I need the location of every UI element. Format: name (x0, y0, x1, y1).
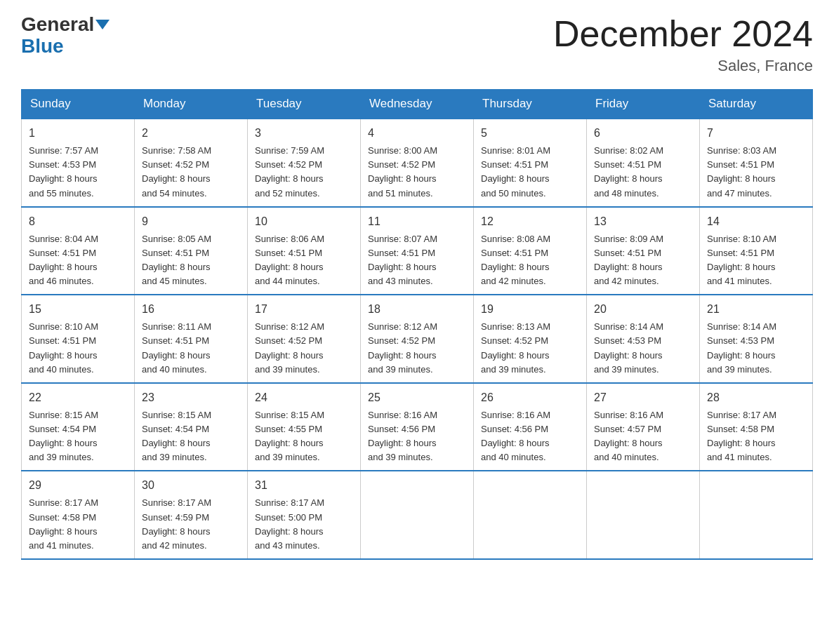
day-number: 20 (594, 301, 692, 318)
day-number: 10 (255, 213, 353, 230)
calendar-cell: 31Sunrise: 8:17 AMSunset: 5:00 PMDayligh… (248, 471, 361, 559)
day-number: 30 (142, 477, 240, 494)
calendar-cell: 27Sunrise: 8:16 AMSunset: 4:57 PMDayligh… (587, 383, 700, 471)
logo: General Blue (21, 14, 110, 58)
column-header-wednesday: Wednesday (361, 90, 474, 119)
calendar-cell: 23Sunrise: 8:15 AMSunset: 4:54 PMDayligh… (135, 383, 248, 471)
column-header-tuesday: Tuesday (248, 90, 361, 119)
calendar-cell: 4Sunrise: 8:00 AMSunset: 4:52 PMDaylight… (361, 119, 474, 207)
day-info: Sunrise: 7:57 AMSunset: 4:53 PMDaylight:… (29, 144, 127, 201)
column-header-friday: Friday (587, 90, 700, 119)
calendar-cell: 6Sunrise: 8:02 AMSunset: 4:51 PMDaylight… (587, 119, 700, 207)
day-number: 5 (481, 125, 579, 142)
location-label: Sales, France (553, 57, 813, 75)
calendar-week-3: 15Sunrise: 8:10 AMSunset: 4:51 PMDayligh… (22, 295, 813, 383)
day-number: 16 (142, 301, 240, 318)
calendar-week-2: 8Sunrise: 8:04 AMSunset: 4:51 PMDaylight… (22, 207, 813, 295)
day-info: Sunrise: 8:02 AMSunset: 4:51 PMDaylight:… (594, 144, 692, 201)
calendar-cell: 5Sunrise: 8:01 AMSunset: 4:51 PMDaylight… (474, 119, 587, 207)
title-section: December 2024 Sales, France (553, 14, 813, 75)
day-info: Sunrise: 8:00 AMSunset: 4:52 PMDaylight:… (368, 144, 466, 201)
logo-blue-text: Blue (21, 36, 64, 58)
day-info: Sunrise: 8:17 AMSunset: 4:59 PMDaylight:… (142, 496, 240, 553)
day-number: 18 (368, 301, 466, 318)
calendar-cell: 29Sunrise: 8:17 AMSunset: 4:58 PMDayligh… (22, 471, 135, 559)
day-info: Sunrise: 8:17 AMSunset: 4:58 PMDaylight:… (707, 408, 805, 465)
day-info: Sunrise: 7:59 AMSunset: 4:52 PMDaylight:… (255, 144, 353, 201)
day-number: 13 (594, 213, 692, 230)
day-number: 21 (707, 301, 805, 318)
day-number: 26 (481, 389, 579, 406)
calendar-cell: 21Sunrise: 8:14 AMSunset: 4:53 PMDayligh… (700, 295, 813, 383)
calendar-week-4: 22Sunrise: 8:15 AMSunset: 4:54 PMDayligh… (22, 383, 813, 471)
calendar-cell: 16Sunrise: 8:11 AMSunset: 4:51 PMDayligh… (135, 295, 248, 383)
day-number: 3 (255, 125, 353, 142)
day-info: Sunrise: 8:03 AMSunset: 4:51 PMDaylight:… (707, 144, 805, 201)
calendar-table: SundayMondayTuesdayWednesdayThursdayFrid… (21, 89, 813, 560)
day-info: Sunrise: 8:01 AMSunset: 4:51 PMDaylight:… (481, 144, 579, 201)
day-info: Sunrise: 8:04 AMSunset: 4:51 PMDaylight:… (29, 232, 127, 289)
calendar-cell: 13Sunrise: 8:09 AMSunset: 4:51 PMDayligh… (587, 207, 700, 295)
calendar-cell: 24Sunrise: 8:15 AMSunset: 4:55 PMDayligh… (248, 383, 361, 471)
day-info: Sunrise: 8:17 AMSunset: 5:00 PMDaylight:… (255, 496, 353, 553)
month-title: December 2024 (553, 14, 813, 54)
logo-general-text: General (21, 14, 94, 36)
day-number: 12 (481, 213, 579, 230)
calendar-cell: 19Sunrise: 8:13 AMSunset: 4:52 PMDayligh… (474, 295, 587, 383)
calendar-cell: 8Sunrise: 8:04 AMSunset: 4:51 PMDaylight… (22, 207, 135, 295)
calendar-cell (587, 471, 700, 559)
day-number: 22 (29, 389, 127, 406)
calendar-cell: 14Sunrise: 8:10 AMSunset: 4:51 PMDayligh… (700, 207, 813, 295)
day-number: 28 (707, 389, 805, 406)
day-info: Sunrise: 8:14 AMSunset: 4:53 PMDaylight:… (707, 320, 805, 377)
logo-triangle-icon (95, 20, 110, 29)
calendar-cell: 1Sunrise: 7:57 AMSunset: 4:53 PMDaylight… (22, 119, 135, 207)
column-header-saturday: Saturday (700, 90, 813, 119)
day-info: Sunrise: 8:06 AMSunset: 4:51 PMDaylight:… (255, 232, 353, 289)
day-info: Sunrise: 8:16 AMSunset: 4:56 PMDaylight:… (481, 408, 579, 465)
calendar-cell: 15Sunrise: 8:10 AMSunset: 4:51 PMDayligh… (22, 295, 135, 383)
calendar-cell: 7Sunrise: 8:03 AMSunset: 4:51 PMDaylight… (700, 119, 813, 207)
day-number: 4 (368, 125, 466, 142)
day-number: 8 (29, 213, 127, 230)
calendar-cell: 18Sunrise: 8:12 AMSunset: 4:52 PMDayligh… (361, 295, 474, 383)
day-info: Sunrise: 8:13 AMSunset: 4:52 PMDaylight:… (481, 320, 579, 377)
day-number: 14 (707, 213, 805, 230)
calendar-cell: 26Sunrise: 8:16 AMSunset: 4:56 PMDayligh… (474, 383, 587, 471)
calendar-cell: 22Sunrise: 8:15 AMSunset: 4:54 PMDayligh… (22, 383, 135, 471)
calendar-cell (700, 471, 813, 559)
calendar-cell: 25Sunrise: 8:16 AMSunset: 4:56 PMDayligh… (361, 383, 474, 471)
day-info: Sunrise: 8:09 AMSunset: 4:51 PMDaylight:… (594, 232, 692, 289)
day-info: Sunrise: 8:17 AMSunset: 4:58 PMDaylight:… (29, 496, 127, 553)
day-info: Sunrise: 8:10 AMSunset: 4:51 PMDaylight:… (707, 232, 805, 289)
day-number: 27 (594, 389, 692, 406)
day-number: 11 (368, 213, 466, 230)
calendar-cell: 9Sunrise: 8:05 AMSunset: 4:51 PMDaylight… (135, 207, 248, 295)
day-info: Sunrise: 8:15 AMSunset: 4:55 PMDaylight:… (255, 408, 353, 465)
day-number: 15 (29, 301, 127, 318)
column-header-thursday: Thursday (474, 90, 587, 119)
day-info: Sunrise: 8:10 AMSunset: 4:51 PMDaylight:… (29, 320, 127, 377)
day-number: 9 (142, 213, 240, 230)
day-number: 23 (142, 389, 240, 406)
day-number: 17 (255, 301, 353, 318)
calendar-cell (474, 471, 587, 559)
calendar-cell: 11Sunrise: 8:07 AMSunset: 4:51 PMDayligh… (361, 207, 474, 295)
calendar-cell: 17Sunrise: 8:12 AMSunset: 4:52 PMDayligh… (248, 295, 361, 383)
calendar-week-5: 29Sunrise: 8:17 AMSunset: 4:58 PMDayligh… (22, 471, 813, 559)
column-header-sunday: Sunday (22, 90, 135, 119)
day-info: Sunrise: 8:12 AMSunset: 4:52 PMDaylight:… (368, 320, 466, 377)
calendar-cell (361, 471, 474, 559)
day-info: Sunrise: 8:05 AMSunset: 4:51 PMDaylight:… (142, 232, 240, 289)
day-info: Sunrise: 8:16 AMSunset: 4:56 PMDaylight:… (368, 408, 466, 465)
calendar-cell: 12Sunrise: 8:08 AMSunset: 4:51 PMDayligh… (474, 207, 587, 295)
page-header: General Blue December 2024 Sales, France (21, 14, 813, 75)
calendar-cell: 2Sunrise: 7:58 AMSunset: 4:52 PMDaylight… (135, 119, 248, 207)
day-number: 31 (255, 477, 353, 494)
day-info: Sunrise: 8:14 AMSunset: 4:53 PMDaylight:… (594, 320, 692, 377)
calendar-cell: 30Sunrise: 8:17 AMSunset: 4:59 PMDayligh… (135, 471, 248, 559)
day-number: 7 (707, 125, 805, 142)
day-info: Sunrise: 8:12 AMSunset: 4:52 PMDaylight:… (255, 320, 353, 377)
day-info: Sunrise: 8:16 AMSunset: 4:57 PMDaylight:… (594, 408, 692, 465)
day-info: Sunrise: 8:11 AMSunset: 4:51 PMDaylight:… (142, 320, 240, 377)
